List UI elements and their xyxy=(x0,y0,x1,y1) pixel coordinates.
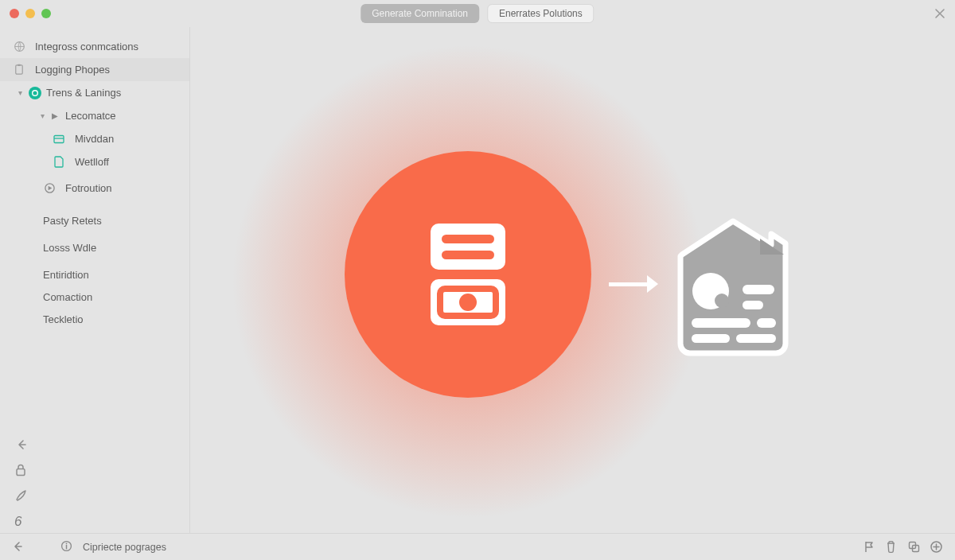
chevron-down-icon: ▾ xyxy=(16,88,24,97)
sidebar-item-label: Fotroution xyxy=(65,182,112,194)
sidebar-item-logging[interactable]: Logging Phopes xyxy=(0,58,189,81)
sidebar-group-comaction[interactable]: Comaction xyxy=(0,286,189,308)
flag-icon[interactable] xyxy=(863,540,877,554)
sidebar-item-label: Lecomatce xyxy=(65,110,116,122)
status-text: Cipriecte pograges xyxy=(83,542,166,553)
window-close-button[interactable] xyxy=(10,9,19,18)
info-icon[interactable] xyxy=(60,540,75,554)
statusbar: Cipriecte pograges xyxy=(0,533,955,560)
sidebar-item-label: Trens & Lanings xyxy=(46,87,121,99)
svg-rect-20 xyxy=(692,334,730,343)
svg-rect-16 xyxy=(743,285,774,294)
source-circle xyxy=(345,151,591,398)
svg-point-24 xyxy=(66,542,68,544)
svg-rect-7 xyxy=(17,469,25,476)
svg-rect-18 xyxy=(692,318,750,328)
lock-icon[interactable] xyxy=(14,463,29,477)
arrow-icon xyxy=(609,275,658,293)
play-icon: ▶ xyxy=(51,111,59,120)
svg-rect-2 xyxy=(18,64,21,66)
sidebar-group-teckletio[interactable]: Teckletio xyxy=(0,308,189,330)
sidebar-group-entirid[interactable]: Entiridtion xyxy=(0,263,189,286)
back-icon[interactable] xyxy=(11,540,25,554)
sidebar-item-label: Wetlloff xyxy=(75,156,109,168)
traffic-lights xyxy=(10,9,51,18)
svg-rect-21 xyxy=(736,334,776,343)
chevron-down-icon: ▾ xyxy=(38,111,46,120)
window-zoom-button[interactable] xyxy=(41,9,51,18)
circle-arrow-icon xyxy=(43,182,56,195)
pen-icon[interactable] xyxy=(14,488,29,503)
sidebar-bottom-icons: 6 xyxy=(0,438,29,533)
window-minimize-button[interactable] xyxy=(25,9,35,18)
back-arrow-icon[interactable] xyxy=(14,438,29,452)
svg-rect-10 xyxy=(442,251,494,259)
number-indicator: 6 xyxy=(14,514,29,528)
sidebar: Integross conmcations Logging Phopes ▾ T… xyxy=(0,27,189,533)
add-circle-icon[interactable] xyxy=(930,540,944,554)
close-icon[interactable] xyxy=(934,8,945,19)
svg-point-3 xyxy=(33,90,38,95)
sidebar-item-trens[interactable]: ▾ Trens & Lanings xyxy=(0,81,189,104)
sidebar-item-wetlloff[interactable]: Wetlloff xyxy=(0,150,189,173)
stack-icon xyxy=(424,219,512,330)
svg-rect-19 xyxy=(757,318,776,328)
sidebar-item-label: Mivddan xyxy=(75,133,114,145)
sidebar-item-lecomatce[interactable]: ▾ ▶ Lecomatce xyxy=(0,104,189,127)
sidebar-item-integross[interactable]: Integross conmcations xyxy=(0,35,189,58)
svg-point-15 xyxy=(715,294,729,308)
svg-rect-9 xyxy=(442,235,494,243)
generate-button[interactable]: Generate Comnination xyxy=(361,4,479,23)
svg-point-13 xyxy=(459,294,477,311)
category-badge-icon xyxy=(29,87,41,99)
content-canvas xyxy=(189,27,955,533)
clipboard-icon xyxy=(13,64,25,76)
sidebar-item-label: Integross conmcations xyxy=(35,41,138,52)
card-icon xyxy=(53,133,65,146)
svg-rect-4 xyxy=(54,135,64,142)
sidebar-group-pasty[interactable]: Pasty Retets xyxy=(0,209,189,231)
titlebar: Generate Comnination Enerrates Polutions xyxy=(0,0,955,27)
copy-icon[interactable] xyxy=(907,540,922,554)
document-icon xyxy=(53,156,65,169)
enerrates-button[interactable]: Enerrates Polutions xyxy=(487,4,594,23)
sidebar-item-fotroution[interactable]: Fotroution xyxy=(0,177,189,200)
globe-icon xyxy=(13,41,25,53)
svg-rect-1 xyxy=(16,65,22,74)
trash-icon[interactable] xyxy=(885,540,899,554)
sidebar-item-mivddan[interactable]: Mivddan xyxy=(0,127,189,150)
svg-rect-8 xyxy=(431,224,505,270)
svg-rect-17 xyxy=(743,301,763,309)
target-document-icon xyxy=(666,216,800,360)
sidebar-item-label: Logging Phopes xyxy=(35,64,110,76)
titlebar-actions: Generate Comnination Enerrates Polutions xyxy=(361,4,594,23)
sidebar-group-losss[interactable]: Losss Wdle xyxy=(0,236,189,259)
